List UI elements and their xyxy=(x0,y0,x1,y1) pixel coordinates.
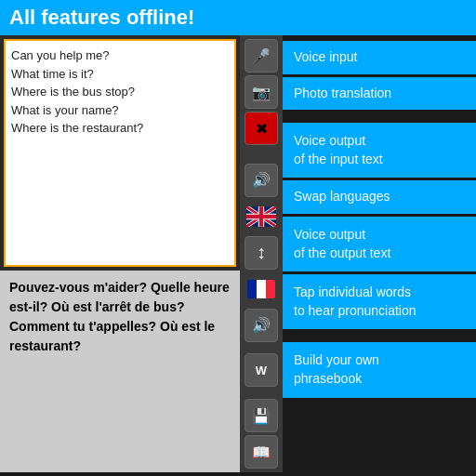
left-panel: Can you help me? What time is it? Where … xyxy=(0,35,240,472)
speaker-input-button[interactable]: 🔊 xyxy=(245,164,278,197)
voice-input-button[interactable]: 🎤 xyxy=(245,39,278,73)
right-panel: Voice input Photo translation Voice outp… xyxy=(283,35,476,472)
tap-words-label: Tap individual wordsto hear pronunciatio… xyxy=(283,274,476,329)
swap-languages-button[interactable]: ↕ xyxy=(245,236,278,270)
input-line-4: What is your name? xyxy=(11,103,119,117)
photo-translate-button[interactable]: 📷 xyxy=(245,75,278,109)
voice-input-label: Voice input xyxy=(283,41,476,74)
speaker-output-icon: 🔊 xyxy=(252,316,271,334)
source-language-button[interactable] xyxy=(245,200,278,233)
photo-translation-label: Photo translation xyxy=(283,77,476,111)
word-icon: W xyxy=(256,364,267,377)
output-text-area: Pouvez-vous m'aider? Quelle heure est-il… xyxy=(0,271,240,472)
input-line-2: What time is it? xyxy=(11,67,94,81)
target-language-button[interactable] xyxy=(245,272,278,306)
voice-output-input-label: Voice outputof the input text xyxy=(283,123,476,178)
phrasebook-label: Build your ownphrasebook xyxy=(283,342,476,397)
delete-button[interactable]: ✖ xyxy=(245,112,278,145)
french-flag-icon xyxy=(247,280,275,298)
swap-languages-label: Swap languages xyxy=(283,180,476,214)
save-button[interactable]: 💾 xyxy=(245,399,278,432)
voice-output-output-label: Voice outputof the output text xyxy=(283,217,476,271)
input-line-3: Where is the bus stop? xyxy=(11,85,135,99)
delete-icon: ✖ xyxy=(256,120,268,138)
input-text-area[interactable]: Can you help me? What time is it? Where … xyxy=(4,39,236,267)
phrasebook-button[interactable]: 📖 xyxy=(245,435,278,469)
output-text: Pouvez-vous m'aider? Quelle heure est-il… xyxy=(9,280,230,353)
speaker-output-button[interactable]: 🔊 xyxy=(245,309,278,342)
camera-icon: 📷 xyxy=(252,84,271,101)
word-tap-button[interactable]: W xyxy=(245,353,278,387)
input-line-1: Can you help me? xyxy=(11,48,110,62)
middle-panel: 🎤 📷 ✖ 🔊 ↕ xyxy=(240,35,283,472)
main-content: Can you help me? What time is it? Where … xyxy=(0,35,476,472)
app-header: All features offline! xyxy=(0,0,476,35)
speaker-input-icon: 🔊 xyxy=(252,171,271,189)
input-line-5: Where is the restaurant? xyxy=(11,121,143,135)
swap-icon: ↕ xyxy=(257,242,266,263)
mic-icon: 🎤 xyxy=(252,47,271,65)
uk-flag-icon xyxy=(246,206,276,227)
book-icon: 📖 xyxy=(252,443,271,461)
header-title: All features offline! xyxy=(9,6,194,30)
save-icon: 💾 xyxy=(252,407,271,425)
